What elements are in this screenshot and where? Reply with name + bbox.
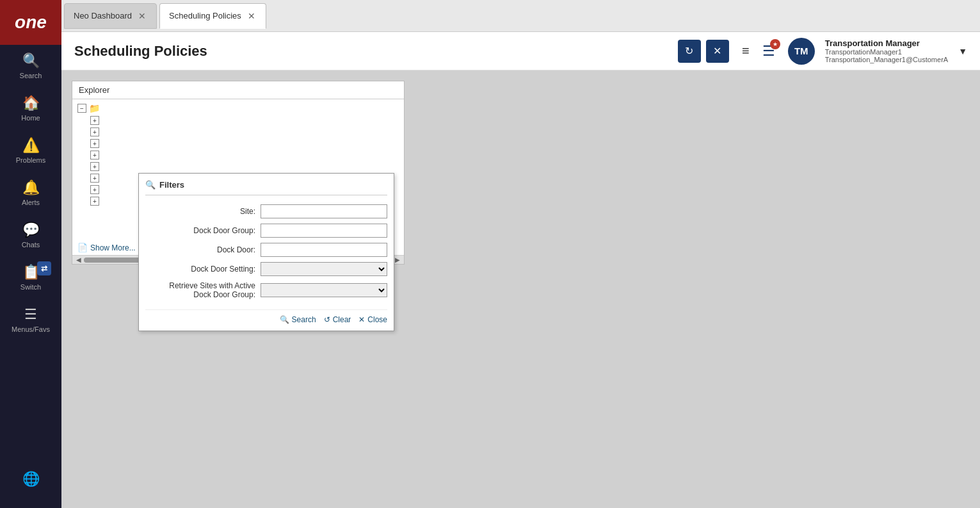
tree-expand-icon[interactable]: + bbox=[90, 127, 99, 136]
header-actions: ↻ ✕ ≡ ☰ ★ TM Transportation Manager Tran… bbox=[678, 38, 967, 65]
tree-expand-icon[interactable]: + bbox=[90, 185, 99, 194]
filter-row-retrieve-sites: Retrieve Sites with ActiveDock Door Grou… bbox=[145, 281, 387, 299]
filter-title: Filters bbox=[159, 180, 184, 190]
tab-bar: Neo Dashboard ✕ Scheduling Policies ✕ bbox=[61, 0, 980, 32]
show-more-label: Show More... bbox=[90, 243, 136, 252]
close-tab-button[interactable]: ✕ bbox=[706, 40, 729, 63]
header-bar: Scheduling Policies ↻ ✕ ≡ ☰ ★ TM Transpo… bbox=[61, 32, 980, 70]
menu-button[interactable]: ≡ bbox=[734, 40, 757, 63]
page-title: Scheduling Policies bbox=[74, 43, 678, 60]
notification-badge: ★ bbox=[770, 39, 780, 49]
retrieve-sites-select[interactable]: Yes No bbox=[261, 283, 387, 297]
search-icon: 🔍 bbox=[22, 53, 40, 69]
user-avatar: TM bbox=[788, 38, 815, 65]
tree-item[interactable]: + bbox=[90, 138, 399, 149]
explorer-label: Explorer bbox=[72, 81, 404, 99]
tree-expand-icon[interactable]: + bbox=[90, 116, 99, 125]
document-icon: 📄 bbox=[77, 243, 88, 252]
sidebar-item-switch[interactable]: 📋 Switch ⇄ bbox=[0, 256, 61, 299]
switch-badge: ⇄ bbox=[37, 261, 51, 275]
app-logo[interactable]: one bbox=[0, 0, 61, 45]
tree-expand-icon[interactable]: + bbox=[90, 139, 99, 148]
sidebar-item-search[interactable]: 🔍 Search bbox=[0, 45, 61, 87]
refresh-button[interactable]: ↻ bbox=[678, 40, 701, 63]
logo-text: one bbox=[15, 12, 47, 33]
folder-icon: 📁 bbox=[89, 103, 100, 113]
filter-search-icon: 🔍 bbox=[145, 180, 156, 190]
main-area: Neo Dashboard ✕ Scheduling Policies ✕ Sc… bbox=[61, 0, 980, 508]
sidebar: one 🔍 Search 🏠 Home ⚠️ Problems 🔔 Alerts… bbox=[0, 0, 61, 508]
filter-clear-button[interactable]: ↺ Clear bbox=[324, 315, 351, 324]
tree-item[interactable]: + bbox=[90, 126, 399, 138]
sidebar-item-label: Chats bbox=[22, 241, 40, 249]
tree-expand-icon[interactable]: + bbox=[90, 162, 99, 171]
chat-icon: 💬 bbox=[22, 222, 40, 238]
site-input[interactable] bbox=[261, 204, 387, 218]
dock-door-input[interactable] bbox=[261, 243, 387, 257]
bell-icon: 🔔 bbox=[22, 179, 40, 196]
filter-row-dock-door: Dock Door: bbox=[145, 243, 387, 257]
close-label: Close bbox=[367, 315, 387, 324]
sidebar-item-globe[interactable]: 🌐 bbox=[22, 463, 40, 498]
notification-icon[interactable]: ☰ ★ bbox=[762, 43, 775, 60]
tree-expand-icon[interactable]: + bbox=[90, 197, 99, 206]
tab-label: Scheduling Policies bbox=[169, 11, 241, 20]
globe-icon: 🌐 bbox=[22, 471, 40, 488]
clear-label: Clear bbox=[333, 315, 351, 324]
dock-door-setting-label: Dock Door Setting: bbox=[145, 265, 261, 274]
sidebar-item-label: Alerts bbox=[22, 199, 40, 206]
user-role: TransportationManager1 bbox=[825, 48, 948, 56]
tab-scheduling-policies[interactable]: Scheduling Policies ✕ bbox=[159, 3, 266, 29]
sidebar-item-alerts[interactable]: 🔔 Alerts bbox=[0, 172, 61, 214]
dock-door-label: Dock Door: bbox=[145, 245, 261, 254]
filter-header: 🔍 Filters bbox=[145, 180, 387, 195]
sidebar-item-problems[interactable]: ⚠️ Problems bbox=[0, 129, 61, 172]
sidebar-item-label: Problems bbox=[16, 156, 45, 164]
tree-item[interactable]: + bbox=[90, 149, 399, 161]
sidebar-item-label: Home bbox=[21, 114, 40, 122]
tree-item[interactable]: + bbox=[90, 161, 399, 172]
sidebar-item-chats[interactable]: 💬 Chats bbox=[0, 214, 61, 256]
filter-row-dock-door-setting: Dock Door Setting: Option 1 Option 2 bbox=[145, 262, 387, 276]
scroll-left-arrow[interactable]: ◀ bbox=[74, 256, 84, 263]
dock-door-setting-select[interactable]: Option 1 Option 2 bbox=[261, 262, 387, 276]
clear-icon: ↺ bbox=[324, 315, 330, 324]
warning-icon: ⚠️ bbox=[22, 137, 40, 154]
user-info: Transportation Manager TransportationMan… bbox=[825, 38, 948, 63]
close-icon: ✕ bbox=[358, 315, 365, 324]
sidebar-item-label: Switch bbox=[20, 283, 41, 291]
search-label: Search bbox=[292, 315, 316, 324]
content-area: Explorer − 📁 + + + bbox=[61, 70, 980, 508]
filter-row-site: Site: bbox=[145, 204, 387, 218]
tab-close-scheduling-policies[interactable]: ✕ bbox=[246, 11, 257, 21]
filter-close-button[interactable]: ✕ Close bbox=[358, 315, 387, 324]
tree-expand-icon[interactable]: + bbox=[90, 151, 99, 160]
site-label: Site: bbox=[145, 207, 261, 216]
tab-neo-dashboard[interactable]: Neo Dashboard ✕ bbox=[64, 3, 157, 29]
tab-close-neo-dashboard[interactable]: ✕ bbox=[137, 11, 147, 21]
sidebar-item-label: Search bbox=[20, 72, 42, 79]
home-icon: 🏠 bbox=[22, 95, 40, 111]
tree-collapse-icon[interactable]: − bbox=[77, 104, 86, 113]
filter-row-dock-door-group: Dock Door Group: bbox=[145, 224, 387, 238]
sidebar-item-menus[interactable]: ☰ Menus/Favs bbox=[0, 299, 61, 341]
filter-search-button[interactable]: 🔍 Search bbox=[280, 315, 316, 324]
tree-item[interactable]: + bbox=[90, 115, 399, 126]
dock-door-group-input[interactable] bbox=[261, 224, 387, 238]
user-email: Transportation_Manager1@CustomerA bbox=[825, 56, 948, 63]
sidebar-item-label: Menus/Favs bbox=[12, 325, 50, 333]
search-icon: 🔍 bbox=[280, 315, 289, 324]
filter-form: Site: Dock Door Group: Dock Door: Dock D… bbox=[145, 202, 387, 307]
tab-label: Neo Dashboard bbox=[74, 11, 132, 20]
dock-door-group-label: Dock Door Group: bbox=[145, 226, 261, 235]
filter-popup: 🔍 Filters Site: Dock Door Group: Dock Do… bbox=[138, 173, 394, 331]
menu-icon: ☰ bbox=[24, 306, 37, 323]
user-dropdown-arrow[interactable]: ▼ bbox=[958, 46, 967, 56]
user-name: Transportation Manager bbox=[825, 38, 948, 48]
retrieve-sites-label: Retrieve Sites with ActiveDock Door Grou… bbox=[145, 281, 261, 299]
filter-actions: 🔍 Search ↺ Clear ✕ Close bbox=[145, 309, 387, 324]
tree-root[interactable]: − 📁 bbox=[77, 102, 399, 115]
sidebar-item-home[interactable]: 🏠 Home bbox=[0, 87, 61, 129]
tree-expand-icon[interactable]: + bbox=[90, 174, 99, 183]
